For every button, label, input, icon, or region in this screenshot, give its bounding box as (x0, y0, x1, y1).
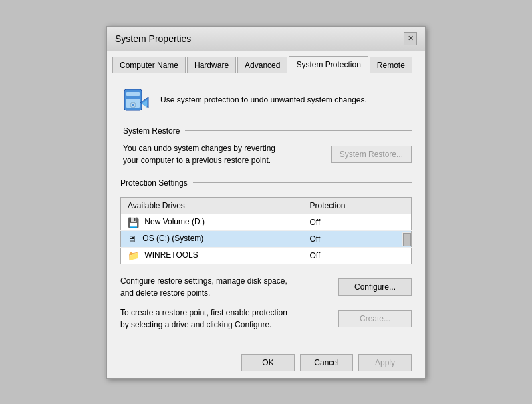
drive-name-c: 🖥 OS (C:) (System) (121, 230, 303, 247)
footer: OK Cancel Apply (107, 347, 425, 378)
create-block: To create a restore point, first enable … (120, 307, 412, 331)
drive-protection-winretools: Off (303, 247, 402, 264)
tab-system-protection[interactable]: System Protection (289, 56, 368, 73)
system-restore-label: System Restore (123, 126, 180, 136)
info-row: Use system protection to undo unwanted s… (120, 84, 412, 116)
section-divider-2 (193, 182, 412, 183)
system-properties-dialog: System Properties ✕ Computer Name Hardwa… (106, 26, 426, 379)
tab-advanced[interactable]: Advanced (237, 57, 287, 73)
drive-protection-d: Off (303, 214, 402, 230)
drive-icon-d: 💾 (128, 217, 139, 228)
configure-description: Configure restore settings, manage disk … (120, 275, 328, 299)
protection-settings-label: Protection Settings (120, 178, 188, 188)
scrollbar-cell-2 (402, 230, 412, 247)
col-header-protection: Protection (303, 197, 402, 214)
close-button[interactable]: ✕ (404, 32, 417, 45)
configure-button[interactable]: Configure... (338, 278, 412, 296)
table-row[interactable]: 💾 New Volume (D:) Off (121, 214, 412, 230)
system-restore-inner: You can undo system changes by reverting… (123, 142, 412, 166)
shield-icon (120, 84, 152, 116)
create-button[interactable]: Create... (338, 310, 412, 327)
table-row[interactable]: 🖥 OS (C:) (System) Off (121, 230, 412, 247)
drives-table: Available Drives Protection 💾 New Volume… (120, 197, 412, 264)
system-restore-header: System Restore (123, 126, 412, 136)
system-restore-section: System Restore You can undo system chang… (120, 126, 412, 166)
tabs-bar: Computer Name Hardware Advanced System P… (107, 51, 425, 73)
drives-table-wrapper: Available Drives Protection 💾 New Volume… (120, 194, 412, 264)
configure-block: Configure restore settings, manage disk … (120, 275, 412, 299)
cancel-button[interactable]: Cancel (300, 354, 353, 371)
scrollbar-cell-1 (402, 214, 412, 230)
dialog-title: System Properties (115, 33, 191, 44)
scrollbar-cell-3 (402, 247, 412, 264)
drive-icon-winretools: 📁 (128, 250, 139, 261)
section-divider (185, 130, 412, 131)
tab-hardware[interactable]: Hardware (187, 57, 236, 73)
svg-point-3 (132, 104, 134, 106)
tab-computer-name[interactable]: Computer Name (112, 57, 186, 73)
svg-rect-4 (126, 92, 140, 96)
drive-name-winretools: 📁 WINRETOOLS (121, 247, 303, 264)
protection-settings-header: Protection Settings (120, 178, 412, 188)
info-text: Use system protection to undo unwanted s… (160, 95, 367, 104)
drive-icon-c: 🖥 (128, 234, 137, 244)
drive-protection-c: Off (303, 230, 402, 247)
tab-remote[interactable]: Remote (370, 57, 412, 73)
scrollbar-header (402, 197, 412, 214)
drive-name-d: 💾 New Volume (D:) (121, 214, 303, 230)
apply-button[interactable]: Apply (358, 354, 412, 371)
system-restore-button[interactable]: System Restore... (331, 146, 412, 163)
col-header-drives: Available Drives (121, 197, 303, 214)
table-row[interactable]: 📁 WINRETOOLS Off (121, 247, 412, 264)
create-description: To create a restore point, first enable … (120, 307, 328, 331)
protection-settings-section: Protection Settings Available Drives Pro… (120, 178, 412, 264)
tab-content: Use system protection to undo unwanted s… (107, 73, 425, 347)
title-bar: System Properties ✕ (107, 27, 425, 51)
ok-button[interactable]: OK (241, 354, 295, 371)
restore-description: You can undo system changes by reverting… (123, 142, 321, 166)
